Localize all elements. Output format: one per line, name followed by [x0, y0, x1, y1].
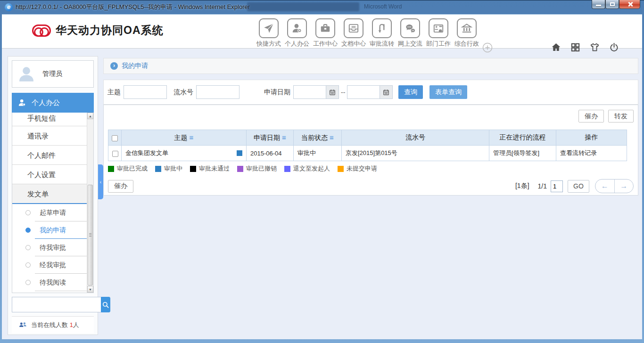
- row-date: 2015-06-04: [247, 146, 294, 161]
- radio-icon: [25, 262, 31, 268]
- sidebar-subitem-to-read[interactable]: 待我阅读: [12, 274, 93, 291]
- radio-icon: [25, 228, 31, 233]
- legend-item: 审批中: [155, 164, 182, 173]
- pagination: [1条] 1/1 GO ← →: [515, 179, 634, 193]
- sidebar-item-settings[interactable]: 个人设置: [12, 165, 93, 184]
- legend-item: 未提交申请: [338, 164, 377, 173]
- paper-plane-icon: [263, 22, 275, 34]
- select-all-checkbox[interactable]: [112, 135, 118, 141]
- legend-swatch: [284, 166, 290, 172]
- sidebar-item-contacts[interactable]: 通讯录: [12, 126, 93, 146]
- table-row: 金信集团发文单 2015-06-04 审批中 京发[2015]第015号 管理员…: [108, 146, 627, 161]
- browser-window: e http://127.0.0.1/ - OA8000平台版_FPLMYSQL…: [0, 0, 644, 343]
- sidebar-subitem-my-application[interactable]: 我的申请: [12, 221, 93, 239]
- row-subject[interactable]: 金信集团发文单: [125, 149, 168, 157]
- next-page-icon[interactable]: →: [615, 180, 634, 193]
- date-to-group: [347, 85, 393, 99]
- urge-button-top[interactable]: 催办: [578, 110, 604, 122]
- legend-swatch: [237, 166, 243, 172]
- action-row: 催办 转发: [108, 110, 634, 122]
- sidebar-subitem-approved-by-me[interactable]: 经我审批: [12, 256, 93, 274]
- background-window-title: Microsoft Word: [364, 3, 402, 10]
- sort-icon[interactable]: ≡: [282, 133, 286, 141]
- date-to-calendar-button[interactable]: [380, 86, 392, 98]
- minimize-button[interactable]: [592, 0, 605, 9]
- nav-item-personal-office[interactable]: 个人办公: [283, 18, 311, 48]
- date-to-input[interactable]: [347, 86, 380, 98]
- prev-page-icon[interactable]: ←: [595, 180, 615, 193]
- breadcrumb-arrow-icon: ›: [110, 62, 118, 70]
- close-button[interactable]: [619, 0, 640, 9]
- subject-filter-label: 主题: [107, 88, 121, 97]
- nav-item-administration[interactable]: 综合行政: [453, 18, 481, 48]
- date-from-input[interactable]: [294, 86, 326, 98]
- date-from-calendar-button[interactable]: [326, 86, 339, 98]
- sidebar-section-label: 个人办公: [32, 98, 60, 107]
- column-header-subject[interactable]: 主题≡: [122, 130, 247, 146]
- nav-item-work-center[interactable]: 工作中心: [311, 18, 339, 48]
- page-arrows: ← →: [595, 179, 634, 193]
- app-header: 华天动力协同OA系统 快捷方式 个人办公 工作中心 文档中心: [2, 15, 642, 49]
- radio-icon: [25, 245, 31, 250]
- table-footer: 催办 [1条] 1/1 GO ← →: [108, 179, 634, 193]
- document-tray-icon: [347, 22, 360, 34]
- query-button[interactable]: 查询: [398, 85, 423, 99]
- background-window-artifact: [247, 2, 359, 11]
- sort-icon[interactable]: ≡: [190, 133, 194, 141]
- scroll-down-icon[interactable]: ▼: [87, 286, 93, 293]
- sort-icon[interactable]: ≡: [330, 133, 334, 141]
- calendar-icon: [382, 89, 390, 96]
- department-building-icon: [432, 22, 445, 34]
- nav-item-document-center[interactable]: 文档中心: [339, 18, 368, 48]
- go-button[interactable]: GO: [568, 180, 589, 193]
- results-panel: 催办 转发 主题≡ 申请日期≡ 当前状态≡ 流水号: [103, 105, 638, 196]
- legend-item: 退文至发起人: [284, 164, 330, 173]
- nav-item-shortcuts[interactable]: 快捷方式: [255, 18, 283, 48]
- sidebar-search-input[interactable]: [12, 297, 101, 312]
- urge-button-bottom[interactable]: 催办: [108, 180, 133, 193]
- total-count: [1条]: [515, 182, 529, 190]
- online-label: 当前在线人数: [31, 321, 68, 328]
- nav-item-department-work[interactable]: 部门工作: [424, 18, 453, 48]
- sidebar-item-sms[interactable]: 手机短信: [12, 113, 93, 126]
- column-header-date[interactable]: 申请日期≡: [247, 130, 294, 146]
- date-separator: --: [341, 89, 345, 96]
- sidebar-subitem-draft-application[interactable]: 起草申请: [12, 204, 93, 221]
- sidebar-scrollbar[interactable]: ▲ ▼: [87, 113, 93, 293]
- top-navigation: 快捷方式 个人办公 工作中心 文档中心 审批流转: [255, 18, 481, 48]
- serial-filter-input[interactable]: [196, 85, 239, 99]
- maximize-button[interactable]: [605, 0, 619, 9]
- scroll-up-icon[interactable]: ▲: [87, 113, 93, 119]
- nav-item-approval-flow[interactable]: 审批流转: [368, 18, 396, 48]
- row-checkbox[interactable]: [112, 151, 118, 157]
- sidebar: 管理员 个人办公 手机短信 通讯录 个人邮件 个人设置 发文单 起草申请: [8, 56, 98, 335]
- legend-item: 审批已撤销: [237, 164, 277, 173]
- radio-icon: [25, 280, 31, 285]
- subject-filter-input[interactable]: [124, 85, 167, 99]
- sidebar-item-dispatch-doc[interactable]: 发文单: [12, 184, 93, 204]
- page-number-input[interactable]: [551, 180, 563, 192]
- sidebar-item-mail[interactable]: 个人邮件: [12, 146, 93, 165]
- maximize-icon: [610, 2, 615, 6]
- forward-button[interactable]: 转发: [608, 110, 634, 122]
- form-query-button[interactable]: 表单查询: [429, 85, 467, 99]
- column-header-status[interactable]: 当前状态≡: [294, 130, 342, 146]
- sidebar-search: [12, 297, 94, 312]
- scrollbar-thumb[interactable]: [88, 185, 93, 286]
- nav-item-online-chat[interactable]: 网上交流: [396, 18, 424, 48]
- logo-icon: [32, 24, 51, 37]
- row-operation-link[interactable]: 查看流转记录: [556, 146, 627, 161]
- sidebar-subitem-pending-approval[interactable]: 待我审批: [12, 239, 93, 256]
- sidebar-section-personal-office[interactable]: 个人办公: [12, 93, 94, 113]
- sidebar-search-button[interactable]: [101, 297, 110, 312]
- row-status: 审批中: [294, 146, 342, 161]
- date-filter-label: 申请日期: [264, 88, 290, 97]
- date-from-group: [293, 85, 339, 99]
- online-status: 当前在线人数 1人: [12, 316, 94, 333]
- user-name: 管理员: [42, 70, 62, 78]
- applications-table: 主题≡ 申请日期≡ 当前状态≡ 流水号 正在进行的流程 操作 金信集团发文单 2…: [108, 130, 627, 161]
- sidebar-collapse-handle[interactable]: ‹: [98, 164, 103, 199]
- row-flow: 管理员[领导签发]: [489, 146, 556, 161]
- row-serial: 京发[2015]第015号: [342, 146, 489, 161]
- legend-swatch: [190, 166, 196, 172]
